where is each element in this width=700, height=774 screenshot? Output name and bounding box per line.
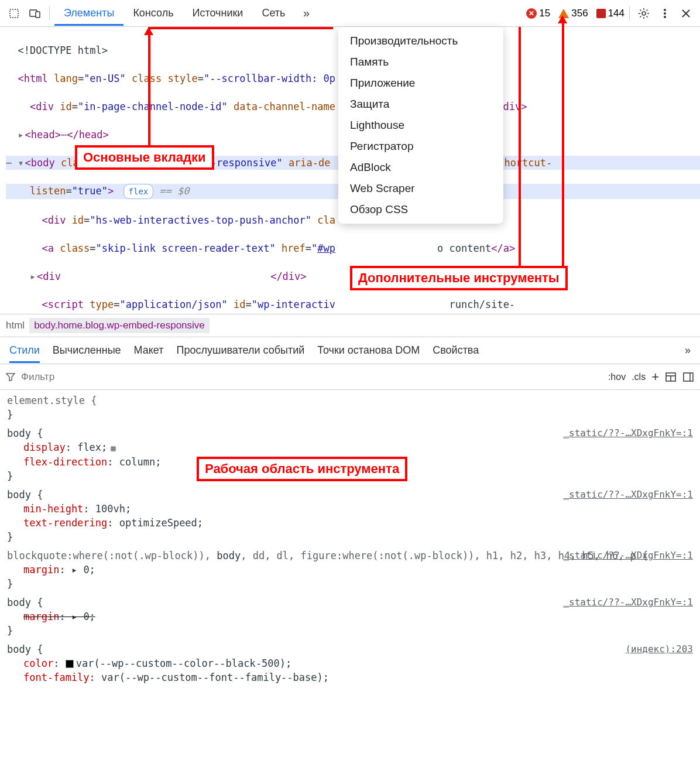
menu-item-security[interactable]: Защита — [338, 94, 503, 115]
issue-icon — [596, 9, 606, 18]
subtab-properties[interactable]: Свойства — [433, 344, 479, 357]
css-prop[interactable]: min-height: 100vh; — [7, 502, 693, 516]
rule-source[interactable]: (индекс):203 — [625, 642, 693, 656]
new-style-icon[interactable]: + — [651, 369, 659, 385]
css-prop[interactable]: margin: ▸ 0; — [7, 563, 693, 577]
annotation-arrowhead — [144, 27, 153, 35]
computed-toggle-icon[interactable] — [665, 372, 677, 382]
css-prop[interactable]: display: flex;▦ — [7, 440, 693, 455]
brace: } — [7, 530, 693, 544]
styles-sub-tabs: Стили Вычисленные Макет Прослушиватели с… — [0, 337, 700, 364]
crumb-html[interactable]: html — [6, 320, 25, 331]
issues-count: 144 — [608, 8, 624, 19]
css-rule[interactable]: _static/??-…XDxgFnkY=:1 blockquote:where… — [0, 547, 700, 594]
menu-item-application[interactable]: Приложение — [338, 73, 503, 94]
filter-input[interactable] — [21, 371, 91, 383]
selector: element.style { — [7, 393, 693, 407]
styles-list: element.style { } _static/??-…XDxgFnkY=:… — [0, 390, 700, 690]
annotation-arrow — [148, 27, 150, 145]
subtab-computed[interactable]: Вычисленные — [53, 344, 121, 357]
brace: } — [7, 577, 693, 591]
svg-point-3 — [642, 12, 646, 15]
brace: } — [7, 407, 693, 422]
svg-point-5 — [664, 12, 666, 15]
rule-source[interactable]: _static/??-…XDxgFnkY=:1 — [563, 595, 693, 609]
crumb-selected[interactable]: body.home.blog.wp-embed-responsive — [29, 318, 210, 333]
device-toggle-icon[interactable] — [26, 4, 44, 23]
inspect-icon[interactable] — [5, 4, 23, 23]
svg-rect-8 — [684, 373, 693, 381]
sidebar-toggle-icon[interactable] — [682, 372, 694, 382]
toolbar-divider — [629, 6, 630, 20]
color-swatch-icon[interactable] — [66, 660, 74, 668]
svg-point-4 — [664, 9, 666, 11]
rule-source[interactable]: _static/??-…XDxgFnkY=:1 — [563, 488, 693, 502]
svg-rect-2 — [36, 12, 40, 18]
flex-grid-icon[interactable]: ▦ — [111, 441, 115, 455]
gear-icon[interactable] — [634, 4, 653, 23]
selector: body { — [7, 642, 693, 656]
tab-sources[interactable]: Источники — [183, 1, 253, 26]
warnings-count: 356 — [571, 8, 588, 19]
rule-source[interactable]: _static/??-…XDxgFnkY=:1 — [563, 549, 693, 563]
css-prop[interactable]: color: var(--wp--custom--color--black-50… — [7, 656, 693, 670]
cls-toggle[interactable]: .cls — [632, 372, 646, 382]
tab-network[interactable]: Сеть — [252, 1, 294, 26]
subtab-dom-breakpoints[interactable]: Точки останова DOM — [317, 344, 420, 357]
breadcrumb: html body.home.blog.wp-embed-responsive — [0, 314, 700, 337]
filter-icon[interactable] — [6, 373, 15, 381]
css-rule[interactable]: (индекс):203 body { color: var(--wp--cus… — [0, 641, 700, 688]
menu-item-adblock[interactable]: AdBlock — [338, 157, 503, 178]
brace: } — [7, 624, 693, 638]
tab-console[interactable]: Консоль — [123, 1, 183, 26]
svg-rect-0 — [10, 9, 18, 18]
overflow-tabs-menu: Производительность Память Приложение Защ… — [338, 27, 503, 224]
styles-filter-row: :hov .cls + — [0, 364, 700, 390]
error-icon: ✕ — [526, 8, 537, 19]
menu-item-recorder[interactable]: Регистратор — [338, 136, 503, 157]
hov-toggle[interactable]: :hov — [608, 372, 626, 382]
menu-item-memory[interactable]: Память — [338, 52, 503, 73]
annotation-arrow — [519, 27, 521, 266]
annotation-extra-tools: Дополнительные инструменты — [350, 266, 568, 290]
annotation-arrow — [562, 18, 564, 266]
annotation-main-tabs: Основные вкладки — [75, 145, 214, 170]
subtab-styles[interactable]: Стили — [9, 344, 40, 363]
css-prop[interactable]: font-family: var(--wp--custom--font--fam… — [7, 670, 693, 684]
tabs-overflow-icon[interactable]: » — [297, 4, 315, 23]
issues-badge[interactable]: 144 — [596, 8, 624, 19]
annotation-arrow — [148, 27, 333, 29]
css-rule[interactable]: _static/??-…XDxgFnkY=:1 body { min-heigh… — [0, 487, 700, 547]
svg-point-6 — [664, 16, 666, 18]
dom-line[interactable]: <script type="application/json" id="wp-i… — [6, 297, 700, 311]
subtab-layout[interactable]: Макет — [134, 344, 164, 357]
css-prop-overridden[interactable]: margin: ▸ 0; — [7, 609, 693, 624]
menu-item-webscraper[interactable]: Web Scraper — [338, 178, 503, 199]
errors-badge[interactable]: ✕ 15 — [526, 8, 550, 19]
menu-item-performance[interactable]: Производительность — [338, 30, 503, 52]
tab-elements[interactable]: Элементы — [54, 1, 123, 26]
subtab-event-listeners[interactable]: Прослушиватели событий — [177, 344, 305, 357]
menu-item-css-overview[interactable]: Обзор CSS — [338, 199, 503, 220]
subtabs-overflow-icon[interactable]: » — [685, 344, 691, 357]
annotation-work-area: Рабочая область инструмента — [197, 457, 407, 481]
main-tabs: Элементы Консоль Источники Сеть — [54, 1, 294, 26]
toolbar-divider — [49, 6, 50, 20]
menu-item-lighthouse[interactable]: Lighthouse — [338, 115, 503, 136]
dom-line[interactable]: <a class="skip-link screen-reader-text" … — [6, 241, 700, 255]
css-prop[interactable]: text-rendering: optimizeSpeed; — [7, 516, 693, 530]
errors-count: 15 — [539, 8, 550, 19]
rule-source[interactable]: _static/??-…XDxgFnkY=:1 — [563, 426, 693, 440]
issue-counts: ✕ 15 356 144 — [526, 8, 624, 19]
flex-badge[interactable]: flex — [123, 184, 154, 199]
annotation-arrowhead — [558, 15, 567, 23]
selected-marker: == $0 — [159, 185, 189, 197]
close-icon[interactable] — [677, 4, 695, 23]
element-style-rule[interactable]: element.style { } — [0, 392, 700, 425]
devtools-toolbar: Элементы Консоль Источники Сеть » ✕ 15 3… — [0, 0, 700, 27]
kebab-menu-icon[interactable] — [656, 4, 674, 23]
css-rule[interactable]: _static/??-…XDxgFnkY=:1 body { margin: ▸… — [0, 594, 700, 641]
